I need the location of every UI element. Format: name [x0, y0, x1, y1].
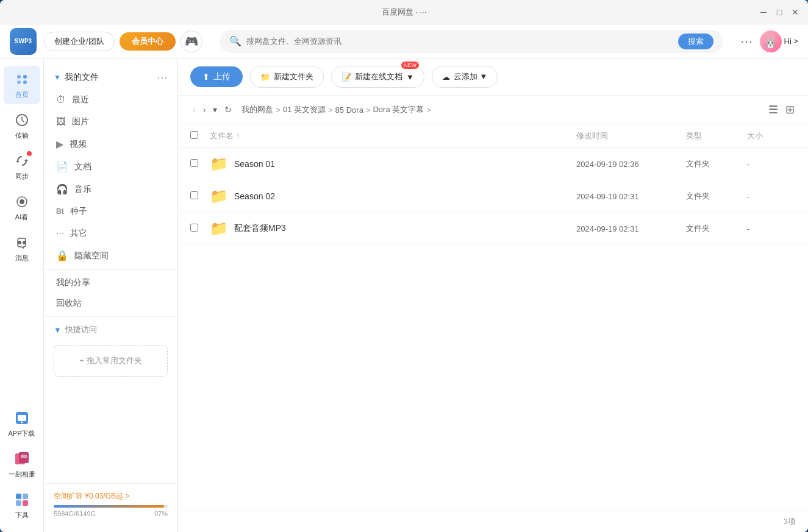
avatar: 🐰: [760, 30, 782, 52]
folder-icon: 📁: [210, 155, 228, 172]
recent-icon: ⏱: [56, 94, 66, 105]
row1-checkbox[interactable]: [190, 158, 210, 169]
search-button[interactable]: 搜索: [678, 34, 713, 49]
breadcrumb-p2[interactable]: 85 Dora: [335, 105, 363, 115]
sync-icon: [13, 152, 30, 169]
search-icon: 🔍: [229, 35, 241, 47]
message-label: 消息: [15, 254, 29, 263]
breadcrumb-p1[interactable]: 01 英文资源: [283, 104, 326, 115]
panel-item-other[interactable]: ··· 其它: [44, 222, 177, 244]
row3-checkbox[interactable]: [190, 223, 210, 234]
vip-center-button[interactable]: 会员中心: [120, 32, 176, 51]
more-options-icon[interactable]: ⋯: [740, 34, 753, 49]
file-panel: ▼ 我的文件 ⋯ ⏱ 最近 🖼 图片 ▶ 视频 📄 文档 🎧: [44, 59, 178, 532]
music-label: 音乐: [74, 184, 91, 195]
sort-icon[interactable]: ↑: [236, 132, 240, 140]
moment-icon: [13, 450, 30, 467]
svg-rect-15: [16, 494, 21, 499]
my-files-section: ▼ 我的文件 ⋯: [44, 66, 177, 89]
new-doc-button[interactable]: NEW 📝 新建在线文档 ▼: [331, 66, 424, 88]
nav-dropdown-button[interactable]: ▾: [210, 104, 220, 116]
sidebar-item-moment[interactable]: 一刻相册: [4, 445, 40, 484]
minimize-button[interactable]: ─: [758, 7, 769, 18]
panel-item-hidden[interactable]: 🔒 隐藏空间: [44, 244, 177, 267]
sidebar-item-message[interactable]: 消息: [4, 229, 40, 268]
row1-size: -: [747, 160, 796, 169]
sidebar-item-sync[interactable]: 同步: [4, 147, 40, 186]
breadcrumb-sep-3: >: [366, 105, 371, 115]
my-files-arrow: ▼: [54, 73, 61, 82]
select-all-checkbox[interactable]: [190, 131, 198, 139]
svg-point-3: [23, 80, 27, 84]
nav-forward-button[interactable]: ›: [201, 104, 209, 116]
my-files-title: 我的文件: [65, 72, 99, 83]
pictures-label: 图片: [72, 116, 89, 127]
panel-divider-2: [44, 316, 177, 317]
row2-name-cell: 📁 Season 02: [210, 188, 576, 205]
app-download-icon: [13, 410, 30, 427]
row2-name: Season 02: [234, 191, 275, 201]
header-right: ⋯ 🐰 Hi >: [740, 30, 798, 52]
new-folder-button[interactable]: 📁 新建文件夹: [250, 66, 324, 88]
docs-label: 文档: [74, 161, 91, 172]
sync-badge: [27, 151, 32, 156]
table-row[interactable]: 📁 Season 01 2024-09-19 02:36 文件夹 -: [178, 148, 808, 180]
title-bar: 百度网盘 · ··· ─ □ ✕: [0, 0, 808, 24]
storage-title[interactable]: 空间扩容 ¥0.03/GB起 >: [54, 491, 168, 502]
name-col-label: 文件名: [210, 130, 234, 141]
drop-area[interactable]: + 拖入常用文件夹: [54, 345, 168, 377]
header-size: 大小: [747, 130, 796, 141]
row2-checkbox[interactable]: [190, 191, 210, 202]
sync-label: 同步: [15, 172, 29, 181]
sidebar-item-ai[interactable]: AI看: [4, 188, 40, 227]
logo: SWP3: [10, 28, 37, 55]
quick-access-section: ▼ 快捷访问: [44, 319, 177, 340]
recent-label: 最近: [72, 94, 89, 105]
panel-item-pictures[interactable]: 🖼 图片: [44, 111, 177, 133]
panel-item-videos[interactable]: ▶ 视频: [44, 133, 177, 155]
grid-view-button[interactable]: ⊞: [784, 102, 796, 118]
toolbar: ⬆ 上传 📁 新建文件夹 NEW 📝 新建在线文档 ▼ ☁ 云添加 ▼: [178, 59, 808, 96]
svg-point-11: [21, 422, 23, 424]
game-button[interactable]: 🎮: [181, 30, 202, 52]
tools-icon: [13, 491, 30, 508]
create-team-button[interactable]: 创建企业/团队: [44, 32, 115, 51]
my-share-link[interactable]: 我的分享: [44, 272, 177, 293]
nav-refresh-button[interactable]: ↻: [222, 104, 234, 116]
panel-item-recent[interactable]: ⏱ 最近: [44, 89, 177, 111]
cloud-add-label: 云添加 ▼: [454, 71, 487, 82]
tools-label: 下具: [15, 511, 29, 520]
total-count: 3项: [784, 516, 796, 527]
storage-info: 5984G/6149G 97%: [54, 510, 168, 517]
table-row[interactable]: 📁 Season 02 2024-09-19 02:31 文件夹 -: [178, 180, 808, 213]
other-label: 其它: [70, 228, 87, 239]
sidebar-item-transfer[interactable]: 传输: [4, 107, 40, 145]
cloud-add-button[interactable]: ☁ 云添加 ▼: [432, 66, 498, 88]
panel-item-music[interactable]: 🎧 音乐: [44, 178, 177, 200]
new-doc-icon: 📝: [341, 73, 351, 82]
logo-text: SWP3: [15, 38, 32, 44]
app-download-label: APP下载: [8, 429, 35, 438]
table-row[interactable]: 📁 配套音频MP3 2024-09-19 02:31 文件夹 -: [178, 213, 808, 245]
close-button[interactable]: ✕: [790, 7, 801, 18]
my-files-more[interactable]: ⋯: [157, 71, 168, 84]
avatar-area[interactable]: 🐰 Hi >: [760, 30, 798, 52]
new-folder-label: 新建文件夹: [274, 71, 313, 82]
quick-label: 快捷访问: [65, 324, 97, 335]
nav-back-button[interactable]: ‹: [190, 104, 198, 116]
search-input[interactable]: [246, 37, 673, 46]
maximize-button[interactable]: □: [774, 7, 785, 18]
upload-button[interactable]: ⬆ 上传: [190, 66, 243, 87]
sidebar-item-home[interactable]: 首页: [4, 66, 40, 104]
sidebar-item-tools[interactable]: 下具: [4, 486, 40, 525]
other-icon: ···: [56, 228, 64, 239]
recycle-link[interactable]: 回收站: [44, 293, 177, 314]
row2-type: 文件夹: [686, 191, 747, 202]
header-name: 文件名 ↑: [210, 130, 576, 141]
home-icon: [13, 71, 30, 88]
breadcrumb-root[interactable]: 我的网盘: [241, 104, 273, 115]
panel-item-bt[interactable]: Bt 种子: [44, 200, 177, 222]
sidebar-item-app-download[interactable]: APP下载: [4, 405, 40, 443]
panel-item-docs[interactable]: 📄 文档: [44, 155, 177, 178]
list-view-button[interactable]: ☰: [767, 102, 779, 118]
